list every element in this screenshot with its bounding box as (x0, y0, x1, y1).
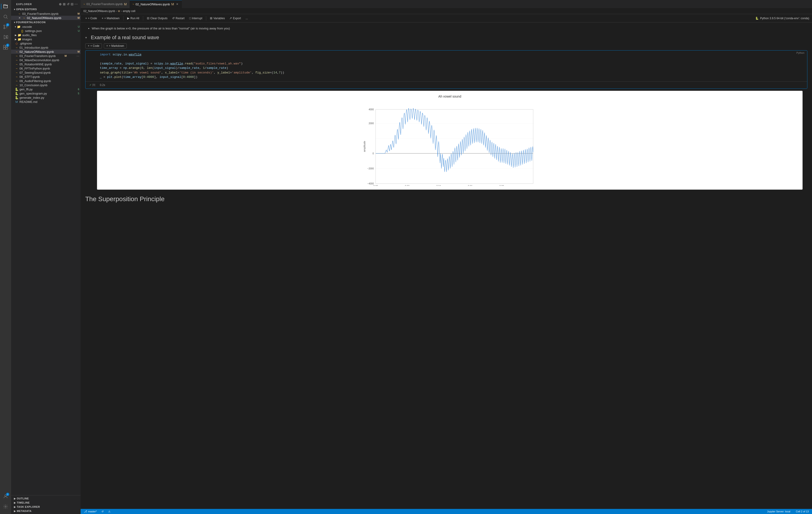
warning-icon: ⚠ (108, 510, 111, 513)
cell-output: ✓ [9] 0.2s (86, 81, 807, 88)
notebook-icon-stft: ~ (15, 75, 19, 79)
more-toolbar-btn[interactable]: ... (244, 16, 250, 21)
restart-icon: ↺ (172, 17, 175, 20)
breadcrumb-sep1: › (116, 9, 117, 13)
conclusion-notebook[interactable]: ~ 10_Conclusion.ipynb (11, 83, 81, 87)
images-folder[interactable]: ▶ 📁 images (11, 37, 81, 41)
stft-name: 08_STFT.ipynb (20, 75, 39, 79)
file-tree: ▾ 📁 .vscode U {} settings.json U ▶ 📁 aud… (11, 25, 81, 104)
rotation-notebook[interactable]: ~ 05_RotationWithE.ipynb (11, 62, 81, 66)
activity-accounts[interactable]: 1 (1, 492, 10, 501)
activity-explorer[interactable] (1, 2, 10, 11)
branch-item[interactable]: ⎇ master* (83, 510, 98, 513)
sync-item[interactable]: ↺ (100, 510, 105, 513)
more-actions-icon[interactable]: ··· (75, 2, 78, 6)
run-all-btn[interactable]: ▶ Run All (125, 16, 141, 21)
svg-rect-7 (3, 48, 5, 49)
interrupt-btn[interactable]: □ Interrupt (187, 16, 204, 21)
restart-label: Restart (176, 17, 185, 20)
tab-waves[interactable]: ~ 02_NatureOfWaves.ipynb M ✕ (130, 0, 182, 8)
folder-icon-audio: 📁 (18, 33, 21, 37)
intro-notebook[interactable]: ~ 01_Introduction.ipynb (11, 46, 81, 50)
add-code-label: + Code (88, 17, 97, 20)
images-folder-name: images (22, 37, 32, 41)
variables-btn[interactable]: ⊞ Variables (208, 16, 227, 21)
notebook-icon-intro: ~ (15, 46, 19, 49)
wavfile-string: "audio_files/vowel_ah.wav" (194, 62, 241, 65)
output-gutter: ✓ [9] (86, 83, 97, 86)
paren6: ) (176, 66, 178, 70)
activity-source-control[interactable]: 3 (1, 22, 10, 31)
generate-index-file[interactable]: 🐍 generate_index.py (11, 95, 81, 99)
add-code-btn[interactable]: + + Code (83, 16, 99, 21)
fft-name: 06_FFTInPython.ipynb (20, 67, 50, 70)
timeline-section[interactable]: ▶ TIMELINE (11, 501, 81, 505)
collapse-all-icon[interactable]: ⊟ (71, 2, 74, 6)
wave-deconv-notebook[interactable]: ~ 04_WaveDeconvolution.ipynb (11, 58, 81, 62)
warning-item[interactable]: ⚠ (107, 510, 112, 513)
section-collapse-btn[interactable]: ▾ (85, 36, 89, 39)
cell-info-item[interactable]: Cell 2 of 13 (794, 510, 810, 513)
cell-code[interactable]: import scipy.io.wavfile (sample_rate, in… (97, 51, 796, 81)
activity-search[interactable] (1, 12, 10, 21)
notebook-icon-seeing: ~ (15, 71, 19, 75)
new-file-icon[interactable]: ⊕ (59, 2, 62, 6)
restart-btn[interactable]: ↺ Restart (170, 16, 186, 21)
svg-text:0.00: 0.00 (373, 185, 378, 186)
tab-waves-close[interactable]: ✕ (175, 2, 179, 6)
open-editors-section[interactable]: ▾ OPEN EDITORS (11, 7, 81, 11)
gen-fft-file[interactable]: 🐍 gen_fft.py 6 (11, 87, 81, 91)
gitignore-file[interactable]: ◇ .gitignore (11, 41, 81, 46)
metadata-section[interactable]: ▶ METADATA (11, 509, 81, 513)
audio-filtering-notebook[interactable]: ~ 09_AudioFiltering.ipynb (11, 79, 81, 83)
gen-spectrogram-badge: 5 (78, 92, 79, 95)
notebook-icon-fft: ~ (15, 66, 19, 70)
title-kwarg: title (122, 71, 130, 75)
open-editor-fourier[interactable]: ~ 03_FourierTransform.ipynb M (11, 11, 81, 16)
ylabel-val: 'amplitude' (232, 71, 252, 75)
readme-file[interactable]: M README.md (11, 99, 81, 104)
svg-rect-11 (362, 100, 538, 186)
folder-section[interactable]: ▾ FOURIERTALKOSCON (11, 20, 81, 25)
code-cell[interactable]: import scipy.io.wavfile (sample_rate, in… (85, 50, 807, 89)
outline-section[interactable]: ▶ OUTLINE (11, 496, 81, 501)
refresh-icon[interactable]: ↺ (67, 2, 70, 6)
new-folder-icon[interactable]: ⊞ (63, 2, 66, 6)
assign1: = (149, 62, 154, 65)
code-line-3: (sample_rate, input_signal) = scipy.io.w… (100, 61, 794, 66)
fft-notebook[interactable]: ~ 06_FFTInPython.ipynb (11, 66, 81, 70)
svg-rect-5 (3, 45, 5, 47)
output-lang: Python (796, 51, 804, 81)
sidebar-header: EXPLORER ⊕ ⊞ ↺ ⊟ ··· (11, 0, 81, 7)
fourier-more[interactable]: ··· (77, 54, 79, 58)
audio-files-folder[interactable]: ▶ 📁 audio_files (11, 33, 81, 37)
vscode-chevron: ▾ (15, 26, 16, 28)
add-markdown-btn[interactable]: + + Markdown (100, 16, 121, 21)
waves-notebook[interactable]: ~ 02_NatureOfWaves.ipynb M (11, 50, 81, 54)
open-editor-waves[interactable]: ✕ ~ 02_NatureOfWaves.ipynb M (11, 16, 81, 20)
gen-spectrogram-file[interactable]: 🐍 gen_spectrogram.py 5 (11, 91, 81, 95)
breadcrumb-sep2: › (121, 9, 122, 13)
cell-add-markdown-btn[interactable]: + + Markdown (104, 43, 127, 49)
timeline-label: TIMELINE (17, 501, 30, 504)
export-btn[interactable]: ↗ Export (228, 16, 243, 21)
audio-files-name: audio_files (22, 33, 37, 37)
paren7: ) (226, 66, 228, 70)
breadcrumb-notebook[interactable]: 02_NatureOfWaves.ipynb (83, 9, 115, 13)
seeing-sound-notebook[interactable]: ~ 07_SeeingSound.ipynb (11, 70, 81, 75)
activity-settings[interactable] (1, 502, 10, 511)
clear-outputs-btn[interactable]: ⊟ Clear Outputs (145, 16, 169, 21)
close-icon-waves[interactable]: ✕ (18, 16, 21, 20)
cell-add-code-btn[interactable]: + + Code (85, 43, 102, 49)
activity-extensions[interactable]: 1 (1, 42, 10, 52)
tab-fourier[interactable]: ~ 03_FourierTransform.ipynb M (81, 0, 130, 8)
settings-json[interactable]: {} settings.json U (11, 29, 81, 33)
gitignore-name: .gitignore (20, 42, 32, 45)
task-explorer-section[interactable]: ▶ TASK EXPLORER (11, 505, 81, 509)
activity-run[interactable] (1, 32, 10, 42)
stft-notebook[interactable]: ~ 08_STFT.ipynb (11, 75, 81, 79)
fourier-notebook[interactable]: ~ 03_FourierTransform.ipynb M ··· (11, 54, 81, 58)
kernel-info[interactable]: 🐍 Python 3.9.5 64-bit ('conda-env': cond… (755, 17, 809, 20)
vscode-folder[interactable]: ▾ 📁 .vscode U (11, 25, 81, 29)
jupyter-server-item[interactable]: Jupyter Server: local (766, 510, 792, 513)
